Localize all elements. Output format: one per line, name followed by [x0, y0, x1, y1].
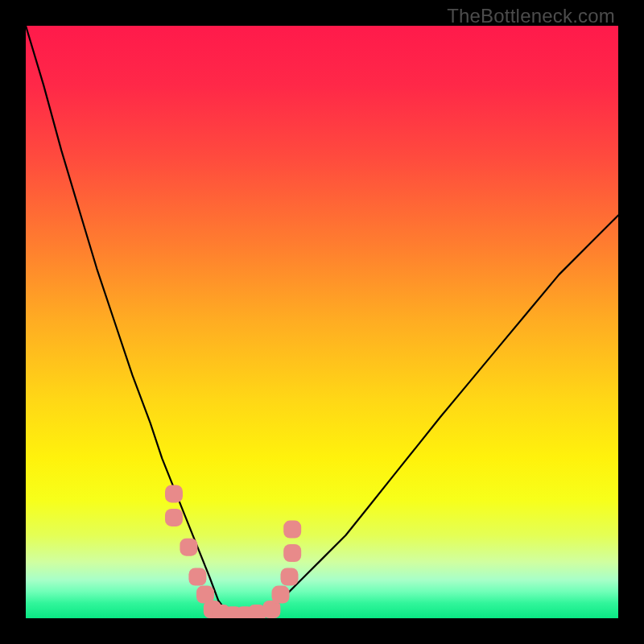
marker-point	[283, 521, 301, 539]
watermark-text: TheBottleneck.com	[447, 5, 615, 27]
marker-point	[272, 586, 290, 604]
marker-point	[188, 568, 206, 586]
chart-frame: TheBottleneck.com	[0, 0, 644, 644]
marker-point	[180, 539, 197, 556]
marker-point	[283, 544, 301, 562]
marker-point	[165, 485, 183, 502]
bottleneck-curve	[26, 26, 618, 618]
marker-point	[165, 509, 183, 526]
plot-area	[26, 26, 618, 618]
marker-point	[281, 568, 299, 586]
